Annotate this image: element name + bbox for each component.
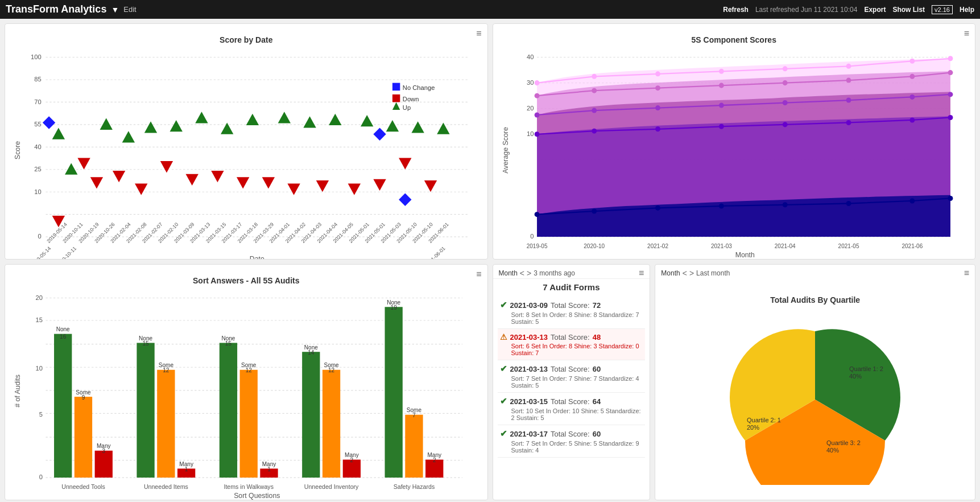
svg-text:30: 30 (527, 79, 534, 86)
audit-date: 2021-03-13 (510, 333, 548, 341)
svg-text:2019-05-14: 2019-05-14 (30, 245, 52, 260)
svg-text:Safety Hazards: Safety Hazards (394, 483, 435, 490)
svg-marker-30 (361, 115, 373, 126)
help-button[interactable]: Help (960, 6, 974, 14)
5s-component-scores-panel: ≡ 5S Component Scores 40 30 20 (493, 23, 976, 260)
export-button[interactable]: Export (864, 6, 886, 14)
svg-point-117 (948, 70, 953, 75)
chart3-container: Sort Answers - All 5S Audits 20 15 10 (5, 265, 487, 500)
svg-text:Unneeded Tools: Unneeded Tools (61, 483, 105, 490)
svg-point-108 (909, 59, 915, 64)
panel2-menu-icon[interactable]: ≡ (964, 28, 969, 39)
audit-list[interactable]: ✔ 2021-03-09 Total Score: 72 Sort: 8 Set… (493, 294, 650, 489)
svg-point-132 (909, 117, 915, 122)
chart2-area: 40 30 20 10 0 Average Score (499, 44, 970, 260)
svg-text:Down: Down (403, 96, 419, 102)
svg-text:19: 19 (391, 305, 398, 311)
svg-point-140 (909, 198, 915, 203)
audit-details: Sort: 6 Set In Order: 8 Shine: 3 Standar… (500, 343, 643, 356)
svg-text:20: 20 (35, 294, 42, 301)
svg-marker-26 (246, 114, 259, 125)
svg-text:2: 2 (350, 457, 354, 463)
audit-item[interactable]: ⚠ 2021-03-13 Total Score: 48 Sort: 6 Set… (498, 329, 646, 360)
chart1-area: 100 85 70 55 40 25 10 0 Score (11, 44, 482, 260)
audit-item-header: ⚠ 2021-03-13 Total Score: 48 (500, 332, 643, 341)
audit-panel-menu-icon[interactable]: ≡ (639, 268, 644, 278)
audit-next-btn[interactable]: > (527, 269, 531, 278)
svg-text:0: 0 (38, 233, 41, 240)
svg-marker-22 (144, 121, 157, 133)
audit-date: 2021-03-09 (510, 301, 548, 310)
svg-point-131 (846, 120, 851, 125)
svg-marker-31 (386, 120, 399, 131)
svg-point-112 (655, 85, 660, 90)
svg-point-120 (655, 105, 660, 110)
edit-button[interactable]: Edit (123, 5, 136, 14)
panel1-menu-icon[interactable]: ≡ (476, 28, 481, 39)
chart1-svg: 100 85 70 55 40 25 10 0 Score (11, 44, 482, 260)
svg-text:Quartile 2: 1: Quartile 2: 1 (747, 417, 781, 423)
svg-marker-51 (373, 128, 386, 141)
svg-text:Items in Walkways: Items in Walkways (224, 483, 273, 490)
svg-text:0: 0 (530, 233, 534, 240)
bottom-row: Month < > 3 months ago ≡ 7 Audit Forms ✔… (493, 264, 976, 500)
svg-point-138 (782, 202, 787, 207)
svg-point-134 (534, 212, 539, 217)
svg-rect-215 (385, 307, 403, 478)
chart2-svg: 40 30 20 10 0 Average Score (499, 44, 970, 260)
svg-text:7: 7 (412, 412, 416, 418)
svg-text:0: 0 (39, 474, 43, 480)
audit-item[interactable]: ✔ 2021-03-13 Total Score: 60 Sort: 7 Set… (498, 360, 646, 393)
audit-date: 2021-03-15 (510, 397, 548, 406)
score-by-date-panel: ≡ Score by Date 100 85 (5, 23, 488, 260)
audit-prev-btn[interactable]: < (520, 269, 524, 278)
svg-marker-42 (237, 177, 249, 188)
svg-point-114 (782, 80, 787, 85)
svg-text:70: 70 (34, 98, 41, 105)
quartile-time-label: Last month (696, 269, 730, 277)
panel3-menu-icon[interactable]: ≡ (476, 269, 481, 279)
svg-marker-50 (43, 116, 55, 129)
svg-rect-175 (54, 334, 72, 478)
svg-point-128 (655, 126, 660, 131)
svg-text:No Change: No Change (403, 84, 435, 91)
chart3-area: 20 15 10 5 0 # of Audits None 16 Some (11, 285, 482, 500)
audit-panel-header: Month < > 3 months ago ≡ (493, 265, 650, 279)
audit-score-label: Total Score: (551, 397, 590, 406)
quartile-next-btn[interactable]: > (689, 269, 694, 278)
svg-text:10: 10 (527, 130, 534, 137)
svg-point-107 (846, 64, 851, 69)
quartile-panel-menu-icon[interactable]: ≡ (964, 268, 969, 278)
svg-text:1: 1 (267, 466, 271, 472)
audit-item[interactable]: ✔ 2021-03-17 Total Score: 60 Sort: 7 Set… (498, 425, 646, 458)
quartile-month-nav: Month < > Last month (661, 269, 730, 278)
svg-rect-205 (302, 352, 320, 478)
svg-text:40%: 40% (849, 373, 862, 380)
svg-text:2021-02: 2021-02 (647, 243, 668, 249)
svg-point-139 (846, 201, 851, 206)
audit-count-title: 7 Audit Forms (493, 279, 650, 294)
show-list-button[interactable]: Show List (892, 6, 925, 14)
audit-score-label: Total Score: (551, 333, 590, 341)
svg-text:2021-05: 2021-05 (838, 243, 859, 249)
svg-rect-218 (405, 415, 423, 478)
audit-check-icon: ✔ (500, 396, 507, 406)
svg-point-113 (718, 83, 723, 88)
svg-point-106 (782, 66, 787, 71)
quartile-prev-btn[interactable]: < (683, 269, 687, 278)
svg-text:2021-06-01: 2021-06-01 (424, 245, 446, 260)
nav-right: Refresh Last refreshed Jun 11 2021 10:04… (723, 5, 974, 14)
svg-text:Unneeded Items: Unneeded Items (144, 483, 188, 490)
svg-text:55: 55 (34, 121, 41, 127)
audit-details: Sort: 7 Set In Order: 5 Shine: 5 Standar… (500, 440, 643, 454)
audit-item[interactable]: ✔ 2021-03-15 Total Score: 64 Sort: 10 Se… (498, 393, 646, 425)
svg-point-137 (718, 204, 723, 209)
audit-list-panel: Month < > 3 months ago ≡ 7 Audit Forms ✔… (493, 264, 651, 500)
app-dropdown-icon[interactable]: ▼ (111, 5, 119, 14)
chart2-title: 5S Component Scores (499, 30, 970, 44)
svg-point-136 (655, 205, 660, 211)
audit-item[interactable]: ✔ 2021-03-09 Total Score: 72 Sort: 8 Set… (498, 297, 646, 329)
svg-marker-23 (170, 120, 183, 131)
svg-marker-38 (135, 184, 147, 195)
refresh-button[interactable]: Refresh (723, 6, 749, 14)
